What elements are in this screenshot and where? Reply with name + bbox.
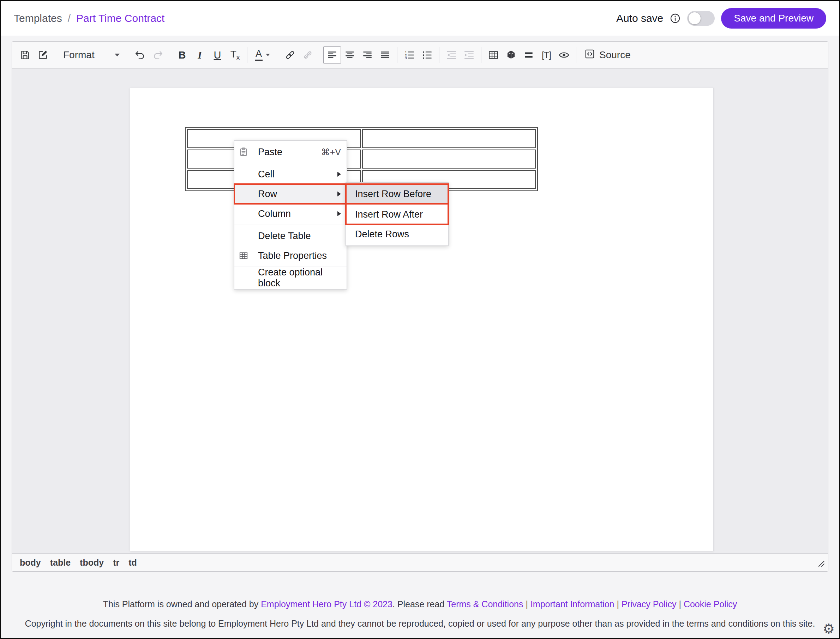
breadcrumb-templates[interactable]: Templates	[14, 12, 62, 24]
top-header: Templates / Part Time Contract Auto save…	[1, 1, 839, 36]
path-item-tbody[interactable]: tbody	[80, 558, 104, 568]
menu-item-delete-table[interactable]: Delete Table	[234, 226, 347, 246]
menu-item-create-optional-block[interactable]: Create optional block	[234, 268, 347, 288]
header-actions: Auto save Save and Preview	[616, 8, 826, 29]
menu-item-paste[interactable]: Paste ⌘+V	[234, 142, 347, 162]
gear-icon[interactable]: ⚙	[823, 621, 835, 637]
menu-item-label: Create optional block	[258, 267, 347, 289]
save-button[interactable]	[16, 46, 34, 64]
menu-item-table-properties[interactable]: Table Properties	[234, 246, 347, 265]
align-justify-button[interactable]	[376, 46, 394, 64]
footer-text: This Platform is owned and operated by	[103, 599, 261, 609]
link-button[interactable]	[281, 46, 299, 64]
template-button[interactable]: [T]	[537, 46, 555, 64]
table-cell[interactable]	[362, 129, 536, 148]
chevron-down-icon	[266, 54, 269, 56]
table-cell[interactable]	[362, 149, 536, 168]
path-item-tr[interactable]: tr	[113, 558, 119, 568]
row-submenu: Insert Row Before Insert Row After Delet…	[346, 182, 449, 246]
menu-item-column[interactable]: Column	[234, 204, 347, 224]
breadcrumb-separator: /	[68, 12, 70, 24]
numbered-list-button[interactable]: 123	[400, 46, 418, 64]
redo-button[interactable]	[149, 46, 167, 64]
insert-block-button[interactable]	[502, 46, 520, 64]
menu-item-label: Cell	[258, 169, 274, 180]
menu-separator	[234, 163, 347, 163]
insert-table-button[interactable]	[485, 46, 502, 64]
text-color-button[interactable]: A	[250, 46, 274, 64]
align-left-icon	[327, 50, 338, 60]
footer-separator: |	[614, 599, 622, 609]
indent-button[interactable]	[460, 46, 478, 64]
footer-link-privacy-policy[interactable]: Privacy Policy	[622, 599, 677, 609]
footer-line2: Copyright in the documents on this site …	[8, 618, 832, 629]
format-dropdown[interactable]: Format	[58, 49, 124, 60]
resize-handle-icon[interactable]	[818, 559, 825, 569]
footer-link-terms[interactable]: Terms & Conditions	[447, 599, 523, 609]
toolbar-separator	[247, 47, 247, 63]
footer-link-cookie-policy[interactable]: Cookie Policy	[684, 599, 737, 609]
toolbar-separator	[55, 47, 55, 63]
submenu-item-insert-row-before[interactable]: Insert Row Before	[346, 184, 448, 204]
footer-line1: This Platform is owned and operated by E…	[1, 599, 839, 609]
template-icon: [T]	[542, 50, 551, 60]
outdent-button[interactable]	[443, 46, 460, 64]
underline-icon: U	[214, 49, 221, 61]
edit-button[interactable]	[34, 46, 51, 64]
table-icon	[488, 50, 499, 60]
underline-button[interactable]: U	[209, 46, 226, 64]
toolbar-separator	[439, 47, 440, 63]
editor-content-area: Paste ⌘+V Cell Row Column	[12, 69, 828, 553]
footer-link-important-information[interactable]: Important Information	[531, 599, 614, 609]
save-icon	[20, 50, 30, 60]
toolbar-separator	[278, 47, 278, 63]
italic-button[interactable]: I	[191, 46, 209, 64]
bold-icon: B	[179, 49, 186, 61]
document-page[interactable]	[130, 88, 714, 551]
footer-text: . Please read	[392, 599, 447, 609]
save-and-preview-button[interactable]: Save and Preview	[721, 8, 826, 29]
align-justify-icon	[380, 50, 391, 60]
table-grid-icon	[234, 246, 253, 265]
indent-icon	[464, 50, 474, 60]
align-center-button[interactable]	[341, 46, 359, 64]
footer-link-employment-hero[interactable]: Employment Hero Pty Ltd © 2023	[261, 599, 392, 609]
remove-format-icon: Tx	[231, 49, 240, 61]
bulleted-list-icon	[422, 50, 432, 60]
align-right-button[interactable]	[359, 46, 376, 64]
auto-save-label: Auto save	[616, 12, 663, 24]
unlink-button[interactable]	[299, 46, 317, 64]
undo-button[interactable]	[131, 46, 149, 64]
chevron-down-icon	[115, 54, 120, 56]
submenu-item-label: Insert Row Before	[355, 189, 431, 200]
toolbar-separator	[397, 47, 397, 63]
info-icon[interactable]	[669, 13, 681, 24]
menu-item-row[interactable]: Row	[234, 184, 347, 204]
submenu-arrow-icon	[338, 211, 341, 216]
align-left-button[interactable]	[323, 46, 341, 64]
source-button[interactable]: Source	[580, 49, 636, 62]
toolbar-separator	[170, 47, 170, 63]
italic-icon: I	[198, 49, 201, 61]
clipboard-icon	[234, 142, 253, 162]
path-item-body[interactable]: body	[20, 558, 41, 568]
preview-button[interactable]	[555, 46, 573, 64]
submenu-item-label: Insert Row After	[355, 209, 423, 220]
horizontal-bars-icon	[523, 50, 534, 60]
submenu-item-delete-rows[interactable]: Delete Rows	[346, 224, 448, 244]
menu-icon-spacer	[234, 226, 253, 246]
bold-button[interactable]: B	[173, 46, 191, 64]
path-item-td[interactable]: td	[129, 558, 137, 568]
remove-format-button[interactable]: Tx	[226, 46, 244, 64]
page-break-button[interactable]	[520, 46, 537, 64]
auto-save-toggle[interactable]	[687, 11, 715, 26]
menu-item-shortcut: ⌘+V	[321, 147, 347, 157]
submenu-item-insert-row-after[interactable]: Insert Row After	[346, 204, 448, 224]
elements-path-bar: body table tbody tr td	[12, 553, 828, 571]
eye-icon	[558, 49, 570, 60]
cube-icon	[506, 50, 516, 60]
menu-item-label: Paste	[258, 147, 282, 157]
menu-item-cell[interactable]: Cell	[234, 164, 347, 184]
bulleted-list-button[interactable]	[418, 46, 436, 64]
path-item-table[interactable]: table	[50, 558, 70, 568]
